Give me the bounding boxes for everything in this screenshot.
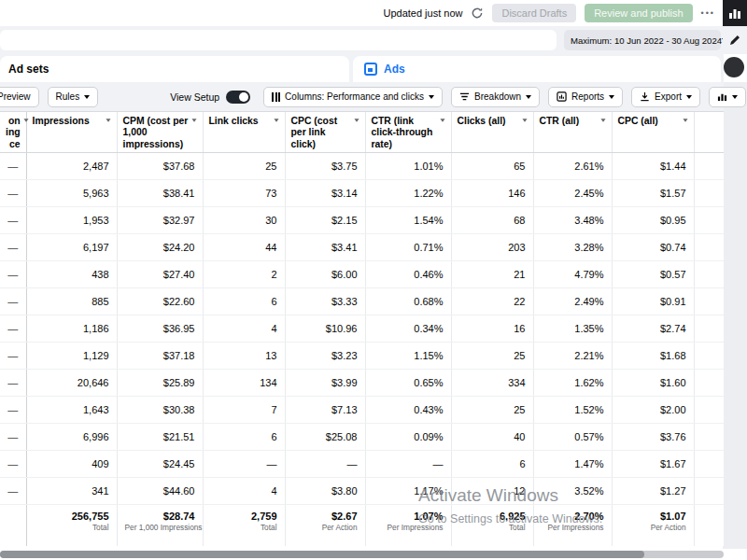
table-row[interactable]: —885$22.606$3.330.68%222.49%$0.91 — [0, 287, 724, 315]
totals-cell — [694, 504, 724, 546]
more-options-button[interactable]: ••• — [701, 8, 715, 18]
table-cell: 341 — [26, 477, 117, 504]
table-cell — [694, 423, 724, 450]
table-cell: $7.13 — [285, 396, 365, 423]
column-header-label: Clicks (all) — [458, 116, 519, 127]
column-header[interactable]: CPM (cost per 1,000 impressions) — [117, 112, 203, 152]
table-cell: $3.33 — [285, 287, 365, 315]
chevron-down-icon — [686, 95, 692, 99]
view-setup-toggle[interactable] — [226, 91, 250, 104]
table-header-row: on ing ceImpressionsCPM (cost per 1,000 … — [0, 112, 724, 152]
tab-ads[interactable]: Ads — [353, 56, 721, 82]
table-cell: 1,186 — [26, 315, 117, 342]
table-cell: 21 — [451, 260, 533, 287]
table-cell: $1.67 — [612, 450, 694, 477]
table-cell: 885 — [26, 287, 117, 315]
refresh-button[interactable] — [471, 7, 484, 20]
table-row[interactable]: —1,186$36.954$10.960.34%161.35%$2.74 — [0, 315, 724, 342]
table-cell: $6.00 — [285, 260, 365, 287]
column-header — [694, 112, 724, 152]
table-cell — [694, 396, 724, 423]
table-row[interactable]: —5,963$38.4173$3.141.22%1462.45%$1.57 — [0, 179, 724, 206]
horizontal-scrollbar — [0, 549, 724, 560]
table-cell: $22.60 — [117, 287, 203, 315]
column-header[interactable]: CTR (link click-through rate) — [365, 112, 451, 152]
column-header[interactable]: Clicks (all) — [451, 112, 533, 152]
table-cell: $44.60 — [117, 477, 203, 504]
vertical-scrollbar-track[interactable] — [723, 82, 747, 549]
table-row[interactable]: —341$44.604$3.801.17%123.52%$1.27 — [0, 477, 724, 504]
breakdown-icon — [459, 91, 470, 102]
table-row[interactable]: —2,487$37.6825$3.751.01%652.61%$1.44 — [0, 152, 724, 179]
columns-button[interactable]: Columns: Performance and clicks — [263, 87, 443, 107]
reports-icon — [557, 91, 567, 102]
table-cell: 1.62% — [533, 369, 612, 396]
table-row[interactable]: —1,643$30.387$7.130.43%251.52%$2.00 — [0, 396, 724, 423]
table-row[interactable]: —1,129$37.1813$3.231.15%252.21%$1.68 — [0, 342, 724, 369]
export-button[interactable]: Export — [631, 87, 700, 107]
sort-caret-icon — [440, 119, 444, 121]
totals-cell: 1.07%Per Impressions — [365, 504, 451, 546]
table-cell: 6 — [203, 287, 285, 315]
column-header[interactable]: on ing ce — [0, 112, 26, 152]
table-cell — [694, 315, 724, 342]
table-cell: 1,953 — [26, 206, 117, 233]
tab-ad-sets-label: Ad sets — [8, 63, 49, 76]
table-cell: 4 — [203, 477, 285, 504]
tabs-row: Ad sets Ads — [0, 54, 724, 82]
account-avatar[interactable] — [724, 57, 744, 77]
table-cell: $0.91 — [612, 287, 694, 315]
table-cell: — — [0, 423, 26, 450]
column-header-label: CTR (all) — [540, 116, 598, 127]
date-range-button[interactable]: Maximum: 10 Jun 2022 - 30 Aug 2024 — [564, 30, 721, 50]
table-row[interactable]: —6,996$21.516$25.080.09%400.57%$3.76 — [0, 423, 724, 450]
review-publish-button[interactable]: Review and publish — [585, 4, 692, 22]
chart-icon — [717, 91, 727, 102]
chart-view-button[interactable] — [709, 87, 746, 107]
table-cell: 20,646 — [26, 369, 117, 396]
discard-drafts-button[interactable]: Discard Drafts — [492, 4, 576, 22]
column-header[interactable]: CPC (all) — [612, 112, 694, 152]
insights-panel-button[interactable] — [723, 0, 747, 26]
export-label: Export — [655, 91, 682, 102]
table-row[interactable]: —6,197$24.2044$3.410.71%2033.28%$0.74 — [0, 233, 724, 260]
table-cell: — — [0, 342, 26, 369]
sort-caret-icon — [600, 119, 605, 121]
columns-icon — [272, 92, 280, 102]
metrics-table-container: on ing ceImpressionsCPM (cost per 1,000 … — [0, 112, 724, 546]
totals-cell: 2,759Total — [203, 504, 285, 546]
table-row[interactable]: —1,953$32.9730$2.151.54%683.48%$0.95 — [0, 206, 724, 233]
table-row[interactable]: —20,646$25.89134$3.990.65%3341.62%$1.60 — [0, 369, 724, 396]
totals-cell: $2.67Per Action — [285, 504, 365, 546]
table-cell: $1.57 — [612, 179, 694, 206]
sort-caret-icon — [522, 119, 527, 121]
horizontal-scrollbar-thumb[interactable] — [0, 551, 644, 558]
table-row[interactable]: —409$24.45———61.47%$1.67 — [0, 450, 724, 477]
column-header[interactable]: Impressions — [26, 112, 117, 152]
preview-button[interactable]: Preview — [0, 87, 39, 107]
breakdown-button[interactable]: Breakdown — [451, 87, 540, 107]
table-cell: 134 — [203, 369, 285, 396]
column-header[interactable]: CPC (cost per link click) — [285, 112, 365, 152]
column-header[interactable]: Link clicks — [203, 112, 285, 152]
reports-button[interactable]: Reports — [548, 87, 623, 107]
table-cell: 6 — [451, 450, 533, 477]
table-cell: 30 — [203, 206, 285, 233]
search-input[interactable] — [0, 30, 557, 50]
table-row[interactable]: —438$27.402$6.000.46%214.79%$0.57 — [0, 260, 724, 287]
edit-panel-button[interactable] — [723, 26, 747, 54]
rules-button[interactable]: Rules — [48, 87, 99, 107]
column-header[interactable]: CTR (all) — [533, 112, 612, 152]
table-cell: 334 — [451, 369, 533, 396]
table-cell: 6,197 — [26, 233, 117, 260]
date-range-label: Maximum: 10 Jun 2022 - 30 Aug 2024 — [571, 35, 722, 46]
tab-ad-sets[interactable]: Ad sets — [0, 56, 349, 82]
totals-cell: 256,755Total — [26, 504, 117, 546]
table-cell: 3.28% — [533, 233, 612, 260]
table-cell: — — [0, 477, 26, 504]
table-cell: 2 — [203, 260, 285, 287]
table-cell: $1.68 — [612, 342, 694, 369]
table-cell: $25.08 — [285, 423, 365, 450]
table-cell: 0.34% — [365, 315, 451, 342]
chevron-down-icon — [526, 95, 531, 99]
